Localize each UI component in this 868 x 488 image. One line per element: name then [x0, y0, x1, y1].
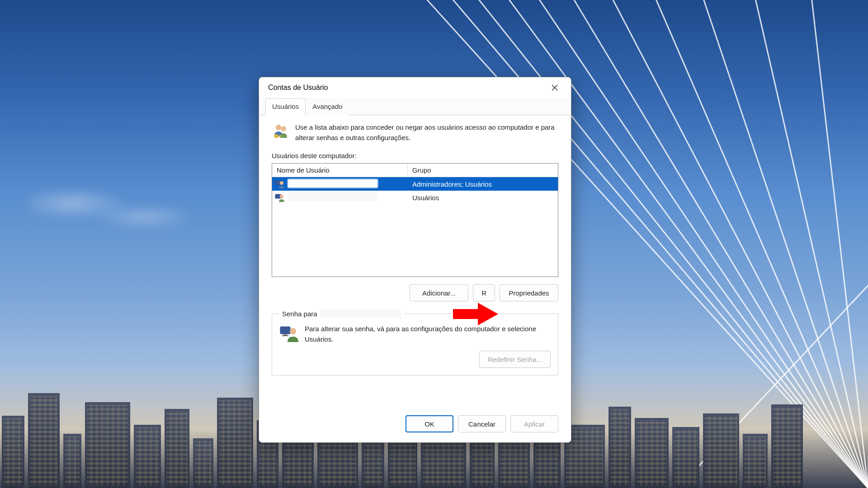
titlebar[interactable]: Contas de Usuário — [259, 77, 571, 98]
remove-button-partial[interactable]: R — [473, 284, 495, 301]
user-icon — [275, 179, 285, 189]
svg-rect-23 — [280, 327, 290, 334]
reset-password-button: Redefinir Senha... — [479, 351, 551, 368]
cancel-button[interactable]: Cancelar — [458, 415, 506, 432]
user-action-buttons: Adicionar... R Propriedades — [272, 284, 558, 301]
users-key-icon — [272, 122, 290, 141]
svg-point-20 — [280, 181, 283, 185]
background-clouds — [27, 172, 199, 244]
dialog-content: Use a lista abaixo para conceder ou nega… — [259, 115, 571, 408]
column-group-header[interactable]: Grupo — [408, 164, 558, 177]
ok-button[interactable]: OK — [406, 415, 453, 432]
svg-point-15 — [276, 125, 281, 130]
intro-text: Use a lista abaixo para conceder ou nega… — [295, 122, 558, 143]
user-accounts-dialog: Contas de Usuário Usuários Avançado Use … — [259, 77, 571, 443]
svg-rect-25 — [282, 335, 288, 336]
user-group-cell: Administradores; Usuários — [408, 180, 558, 188]
user-group-cell: Usuários — [408, 194, 558, 202]
svg-rect-24 — [283, 334, 287, 335]
user-name-cell — [288, 179, 408, 189]
close-icon — [552, 84, 558, 91]
tab-advanced[interactable]: Avançado — [306, 99, 349, 115]
tab-strip: Usuários Avançado — [259, 98, 571, 115]
password-legend: Senha para — [279, 310, 404, 318]
svg-point-22 — [280, 195, 283, 198]
svg-point-16 — [281, 126, 286, 131]
properties-button[interactable]: Propriedades — [500, 284, 558, 301]
user-list[interactable]: Nome de Usuário Grupo Administradores; U… — [272, 163, 558, 277]
user-list-label: Usuários deste computador: — [272, 152, 558, 160]
intro-row: Use a lista abaixo para conceder ou nega… — [272, 122, 558, 143]
password-fieldset: Senha para Para alterar sua senha, vá pa… — [272, 310, 558, 375]
user-icon — [275, 192, 285, 202]
tab-users[interactable]: Usuários — [265, 99, 306, 115]
apply-button: Aplicar — [510, 415, 558, 432]
svg-rect-18 — [277, 136, 282, 137]
add-button[interactable]: Adicionar... — [410, 284, 468, 301]
user-row-2[interactable]: Usuários — [272, 191, 558, 204]
list-header: Nome de Usuário Grupo — [272, 164, 558, 177]
close-button[interactable] — [544, 80, 566, 96]
user-monitor-icon — [279, 324, 298, 343]
user-name-cell — [288, 192, 408, 203]
password-help-text: Para alterar sua senha, vá para as confi… — [305, 324, 551, 344]
svg-point-26 — [290, 328, 296, 334]
user-row-1[interactable]: Administradores; Usuários — [272, 177, 558, 191]
column-name-header[interactable]: Nome de Usuário — [272, 164, 408, 177]
dialog-title: Contas de Usuário — [268, 84, 328, 92]
dialog-bottom-buttons: OK Cancelar Aplicar — [259, 408, 571, 442]
